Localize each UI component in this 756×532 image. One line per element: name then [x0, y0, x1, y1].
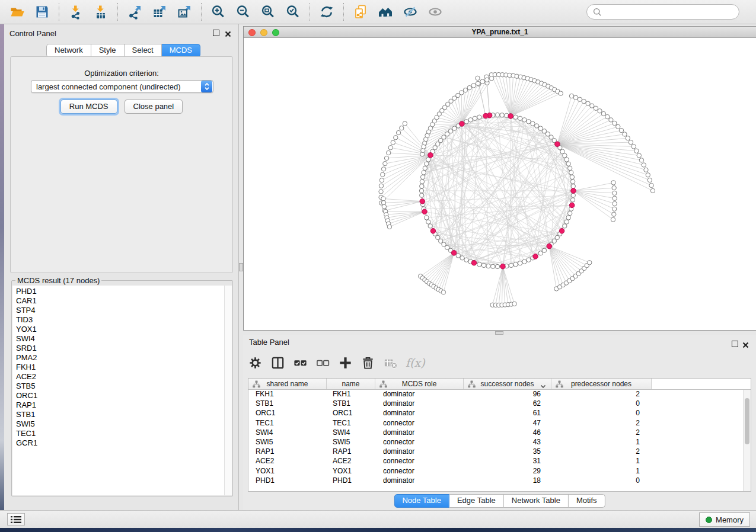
tab-network-table[interactable]: Network Table [504, 494, 569, 508]
column-header-predecessor-nodes[interactable]: predecessor nodes [551, 379, 652, 389]
houses-icon [378, 4, 393, 20]
table-row[interactable]: RAP1RAP1dominator352 [248, 447, 751, 457]
mcds-result-list[interactable]: PHD1CAR1STP4TID3YOX1SWI4SRD1PMA2FKH1ACE2… [12, 286, 232, 495]
window-minimize-icon[interactable] [260, 29, 267, 36]
column-header-mcds-role[interactable]: MCDS role [375, 379, 464, 389]
mcds-result-item[interactable]: ORC1 [12, 391, 224, 400]
node-table: shared name name MCDS role successor nod… [248, 378, 751, 492]
mcds-result-item[interactable]: PMA2 [12, 353, 224, 363]
table-cell: 31 [464, 457, 551, 466]
tab-select[interactable]: Select [125, 44, 162, 57]
mcds-result-item[interactable]: PHD1 [12, 287, 224, 296]
delete-table-button [383, 355, 398, 370]
tab-network[interactable]: Network [46, 44, 91, 57]
float-panel-button[interactable] [213, 30, 219, 36]
mcds-result-item[interactable]: TID3 [12, 315, 224, 325]
save-session-button[interactable] [30, 1, 55, 23]
mcds-result-item[interactable]: SRD1 [12, 344, 224, 353]
sort-descending-icon[interactable] [540, 382, 546, 390]
export-table-button[interactable] [147, 1, 172, 23]
tree-icon [468, 380, 476, 390]
export-image-button[interactable] [172, 1, 197, 23]
horizontal-splitter-handle[interactable] [495, 331, 503, 335]
zoom-in-button[interactable] [206, 1, 231, 23]
tab-motifs[interactable]: Motifs [569, 494, 605, 508]
memory-button[interactable]: Memory [699, 512, 750, 527]
table-row[interactable]: SWI4SWI4dominator462 [248, 428, 751, 438]
table-row[interactable]: SWI5SWI5connector431 [248, 438, 751, 447]
tab-edge-table[interactable]: Edge Table [449, 494, 504, 508]
import-table-button[interactable] [88, 1, 113, 23]
mcds-result-item[interactable]: STP4 [12, 306, 224, 315]
mcds-result-item[interactable]: FKH1 [12, 363, 224, 372]
tab-style[interactable]: Style [91, 44, 125, 57]
run-mcds-button[interactable]: Run MCDS [60, 100, 117, 114]
select-all-button[interactable] [293, 355, 308, 370]
mcds-list-scrollbar[interactable] [224, 286, 232, 495]
table-row[interactable]: PHD1PHD1dominator180 [248, 476, 751, 486]
zoom-selected-button[interactable] [280, 1, 305, 23]
open-file-button[interactable] [5, 1, 30, 23]
mcds-result-item[interactable]: STB5 [12, 382, 224, 391]
table-cell: dominator [375, 390, 464, 399]
mcds-result-item[interactable]: SWI4 [12, 334, 224, 344]
table-row[interactable]: ORC1ORC1dominator610 [248, 409, 751, 418]
window-close-icon[interactable] [248, 29, 256, 36]
table-settings-button[interactable] [248, 355, 263, 370]
table-cell: 2 [551, 390, 652, 399]
table-row[interactable]: TEC1TEC1connector472 [248, 419, 751, 428]
import-network-button[interactable] [63, 1, 88, 23]
table-row[interactable]: ACE2ACE2connector311 [248, 457, 751, 466]
delete-column-button[interactable] [361, 355, 375, 370]
mcds-result-item[interactable]: CAR1 [12, 296, 224, 306]
new-network-from-selection-button[interactable] [348, 1, 373, 23]
vertical-splitter[interactable] [239, 24, 243, 510]
table-row[interactable]: STB1STB1dominator620 [248, 399, 751, 409]
criterion-select[interactable]: largest connected component (undirected) [31, 80, 213, 93]
first-neighbors-button[interactable] [373, 1, 398, 23]
mcds-result-item[interactable]: SWI5 [12, 419, 224, 429]
close-panel-button[interactable] [225, 29, 231, 40]
float-table-panel-button[interactable] [732, 341, 738, 347]
search-field[interactable] [586, 4, 739, 20]
network-graph[interactable] [244, 38, 755, 330]
vertical-splitter-handle[interactable] [239, 263, 243, 271]
tab-node-table[interactable]: Node Table [394, 494, 449, 508]
add-column-button[interactable] [338, 355, 353, 370]
column-header-successor-nodes[interactable]: successor nodes [464, 379, 551, 389]
mcds-result-item[interactable]: RAP1 [12, 400, 224, 410]
table-scrollbar-thumb[interactable] [745, 398, 749, 444]
close-table-panel-button[interactable] [742, 340, 749, 351]
close-mcds-panel-button[interactable]: Close panel [125, 100, 183, 114]
network-canvas[interactable] [244, 38, 755, 330]
zoom-out-button[interactable] [231, 1, 256, 23]
table-toolbar: f(x) [248, 351, 425, 374]
table-scrollbar[interactable] [743, 390, 751, 491]
zoom-fit-button[interactable] [256, 1, 280, 23]
mcds-result-item[interactable]: STB1 [12, 410, 224, 419]
mcds-result-item[interactable]: YOX1 [12, 325, 224, 334]
refresh-view-button[interactable] [314, 1, 339, 23]
mcds-result-item[interactable]: TEC1 [12, 429, 224, 438]
table-row[interactable]: FKH1FKH1dominator962 [248, 390, 751, 399]
mcds-result-item[interactable]: GCR1 [12, 438, 224, 448]
unchecked-boxes-icon [315, 355, 330, 370]
table-cell: ACE2 [327, 457, 375, 466]
table-row[interactable]: YOX1YOX1connector291 [248, 467, 751, 476]
network-window-titlebar[interactable]: YPA_prune.txt_1 [244, 27, 756, 38]
table-cell: connector [375, 457, 464, 466]
column-layout-button[interactable] [270, 355, 285, 370]
hide-selection-button[interactable] [398, 1, 423, 23]
window-zoom-icon[interactable] [272, 29, 279, 36]
tab-mcds[interactable]: MCDS [162, 44, 200, 57]
search-input[interactable] [602, 8, 733, 17]
export-network-button[interactable] [122, 1, 147, 23]
horizontal-splitter[interactable] [243, 331, 756, 335]
task-history-button[interactable] [7, 513, 25, 525]
mcds-result-item[interactable]: ACE2 [12, 372, 224, 382]
column-header-shared-name[interactable]: shared name [248, 379, 327, 389]
table-panel-title: Table Panel [249, 338, 289, 347]
show-all-button[interactable] [423, 1, 448, 23]
column-header-name[interactable]: name [327, 379, 375, 389]
deselect-all-button[interactable] [315, 355, 330, 370]
